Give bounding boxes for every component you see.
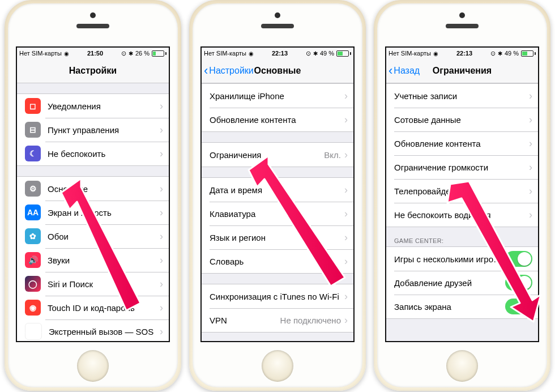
chevron-right-icon: › bbox=[344, 114, 348, 126]
row-volume-limit[interactable]: Ограничение громкости› bbox=[386, 155, 538, 179]
chevron-right-icon: › bbox=[160, 326, 163, 338]
chevron-right-icon: › bbox=[344, 232, 348, 244]
clock: 22:13 bbox=[456, 50, 472, 57]
chevron-right-icon: › bbox=[529, 114, 532, 126]
battery-pct: 49 % bbox=[505, 50, 519, 57]
row-dnd-driving[interactable]: Не беспокоить водителя› bbox=[386, 203, 538, 227]
chevron-right-icon: › bbox=[344, 208, 348, 220]
navbar: ‹Настройки Основные bbox=[202, 59, 353, 83]
chevron-right-icon: › bbox=[529, 185, 532, 197]
row-storage[interactable]: Хранилище iPhone› bbox=[202, 84, 353, 108]
row-language[interactable]: Язык и регион› bbox=[202, 225, 353, 249]
row-sos[interactable]: SOSЭкстренный вызов — SOS› bbox=[17, 319, 169, 342]
row-vpn[interactable]: VPNНе подключено› bbox=[202, 308, 353, 332]
row-date-time[interactable]: Дата и время› bbox=[202, 178, 353, 202]
notifications-icon: ◻ bbox=[25, 98, 41, 114]
wifi-icon: ◉ bbox=[249, 50, 254, 57]
chevron-right-icon: › bbox=[529, 161, 532, 173]
chevron-right-icon: › bbox=[160, 100, 163, 112]
chevron-right-icon: › bbox=[344, 90, 348, 102]
sounds-icon: 🔊 bbox=[25, 252, 41, 268]
phone-1: Нет SIM-карты◉ 21:50 ⊙✱26 % Настройки ◻У… bbox=[5, 0, 181, 391]
screen-restrictions: Нет SIM-карты◉ 22:13 ⊙✱49 % ‹Назад Огран… bbox=[385, 46, 539, 342]
wifi-icon: ◉ bbox=[64, 50, 69, 57]
row-dictionary[interactable]: Словарь› bbox=[202, 249, 353, 273]
battery-icon bbox=[336, 50, 351, 57]
chevron-right-icon: › bbox=[160, 278, 163, 290]
chevron-right-icon: › bbox=[344, 184, 348, 196]
row-sounds[interactable]: 🔊Звуки› bbox=[17, 248, 169, 272]
row-general[interactable]: ⚙Основные› bbox=[17, 177, 169, 201]
battery-icon bbox=[521, 50, 536, 57]
chevron-right-icon: › bbox=[344, 291, 348, 302]
chevron-left-icon: ‹ bbox=[204, 65, 208, 77]
clock: 21:50 bbox=[87, 50, 103, 57]
bluetooth-icon: ✱ bbox=[313, 50, 318, 57]
chevron-right-icon: › bbox=[160, 124, 163, 136]
chevron-right-icon: › bbox=[160, 302, 163, 314]
status-bar: Нет SIM-карты◉ 22:13 ⊙✱49 % bbox=[202, 48, 353, 59]
group-header-game-center: GAME CENTER: bbox=[386, 227, 538, 246]
siri-icon: ◯ bbox=[25, 276, 41, 292]
row-screen-recording: Запись экрана bbox=[386, 295, 538, 318]
chevron-right-icon: › bbox=[160, 231, 163, 242]
back-button[interactable]: ‹Настройки bbox=[202, 65, 254, 77]
toggle-screen-recording[interactable] bbox=[505, 299, 532, 314]
row-itunes-wifi[interactable]: Синхронизация с iTunes по Wi-Fi› bbox=[202, 284, 353, 308]
row-control-center[interactable]: ⊟Пункт управления› bbox=[17, 118, 169, 142]
back-button[interactable]: ‹Назад bbox=[386, 65, 420, 77]
phone-3: Нет SIM-карты◉ 22:13 ⊙✱49 % ‹Назад Огран… bbox=[374, 0, 550, 391]
alarm-icon: ⊙ bbox=[121, 50, 126, 57]
bluetooth-icon: ✱ bbox=[129, 50, 133, 57]
alarm-icon: ⊙ bbox=[490, 50, 496, 57]
row-accounts[interactable]: Учетные записи› bbox=[386, 84, 538, 108]
carrier-text: Нет SIM-карты bbox=[204, 50, 246, 57]
alarm-icon: ⊙ bbox=[306, 50, 311, 57]
row-siri[interactable]: ◯Siri и Поиск› bbox=[17, 272, 169, 296]
screen-settings: Нет SIM-карты◉ 21:50 ⊙✱26 % Настройки ◻У… bbox=[16, 46, 170, 342]
chevron-right-icon: › bbox=[160, 148, 163, 160]
wallpaper-icon: ✿ bbox=[25, 228, 41, 244]
row-touchid[interactable]: ◉Touch ID и код-пароль› bbox=[17, 296, 169, 319]
chevron-right-icon: › bbox=[529, 90, 532, 102]
control-center-icon: ⊟ bbox=[25, 122, 41, 138]
clock: 22:13 bbox=[272, 50, 288, 57]
status-bar: Нет SIM-карты◉ 22:13 ⊙✱49 % bbox=[386, 48, 538, 59]
vpn-value: Не подключено bbox=[280, 316, 341, 325]
page-title: Настройки bbox=[17, 66, 169, 76]
moon-icon: ☾ bbox=[25, 146, 41, 161]
battery-icon bbox=[152, 50, 166, 57]
phone-2: Нет SIM-карты◉ 22:13 ⊙✱49 % ‹Настройки О… bbox=[189, 0, 366, 391]
row-background-refresh[interactable]: Обновление контента› bbox=[202, 108, 353, 131]
row-notifications[interactable]: ◻Уведомления› bbox=[17, 94, 169, 118]
fingerprint-icon: ◉ bbox=[25, 300, 41, 316]
row-tv-provider[interactable]: Телепровайдер› bbox=[386, 179, 538, 203]
screen-general: Нет SIM-карты◉ 22:13 ⊙✱49 % ‹Настройки О… bbox=[200, 46, 355, 342]
row-bg-refresh[interactable]: Обновление контента› bbox=[386, 131, 538, 155]
row-multiplayer-games: Игры с несколькими игрока... bbox=[386, 247, 538, 271]
gear-icon: ⚙ bbox=[25, 181, 41, 197]
row-restrictions[interactable]: ОграниченияВкл.› bbox=[202, 143, 353, 167]
toggle-adding-friends[interactable] bbox=[505, 275, 532, 291]
toggle-multiplayer[interactable] bbox=[505, 251, 532, 267]
row-adding-friends: Добавление друзей bbox=[386, 271, 538, 295]
chevron-left-icon: ‹ bbox=[388, 65, 392, 77]
battery-pct: 26 % bbox=[135, 50, 150, 57]
navbar: ‹Назад Ограничения bbox=[386, 59, 538, 83]
home-button[interactable] bbox=[77, 350, 109, 382]
row-wallpaper[interactable]: ✿Обои› bbox=[17, 224, 169, 248]
row-do-not-disturb[interactable]: ☾Не беспокоить› bbox=[17, 142, 169, 165]
home-button[interactable] bbox=[446, 350, 478, 382]
wifi-icon: ◉ bbox=[433, 50, 438, 57]
home-button[interactable] bbox=[262, 350, 293, 382]
sos-icon: SOS bbox=[25, 323, 42, 340]
row-display[interactable]: AAЭкран и яркость› bbox=[17, 201, 169, 224]
chevron-right-icon: › bbox=[344, 149, 348, 161]
chevron-right-icon: › bbox=[160, 254, 163, 266]
chevron-right-icon: › bbox=[529, 138, 532, 150]
row-keyboard[interactable]: Клавиатура› bbox=[202, 202, 353, 225]
chevron-right-icon: › bbox=[160, 207, 163, 219]
row-cellular[interactable]: Сотовые данные› bbox=[386, 108, 538, 131]
battery-pct: 49 % bbox=[320, 50, 334, 57]
chevron-right-icon: › bbox=[344, 255, 348, 267]
